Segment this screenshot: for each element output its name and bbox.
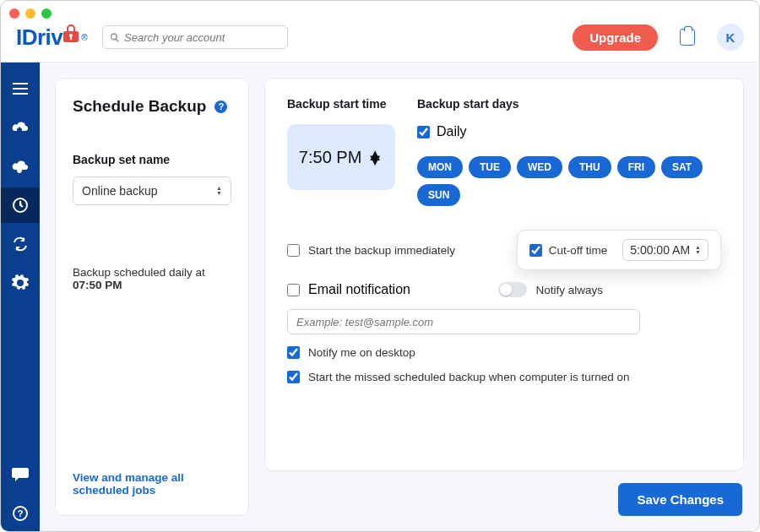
gear-icon — [12, 274, 29, 291]
cutoff-popover: Cut-off time 5:00:00 AM ▲▼ — [517, 230, 721, 270]
cloud-down-icon — [11, 160, 30, 173]
cutoff-time-input[interactable]: 5:00:00 AM ▲▼ — [622, 239, 708, 261]
sidebar-item-restore[interactable] — [1, 149, 40, 184]
view-all-jobs-link[interactable]: View and manage all scheduled jobs — [73, 471, 231, 497]
sidebar-item-backup[interactable] — [1, 110, 40, 145]
cutoff-stepper-icon: ▲▼ — [695, 245, 701, 255]
daily-label: Daily — [437, 124, 467, 139]
schedule-summary-time: 07:50 PM — [73, 279, 122, 291]
start-time-picker[interactable]: 7:50 PM ▲▼ — [287, 124, 395, 190]
page-title: Schedule Backup — [73, 97, 206, 116]
window-titlebar — [1, 1, 759, 16]
sidebar-item-help[interactable]: ? — [1, 496, 40, 531]
search-icon — [110, 32, 120, 43]
day-sat[interactable]: SAT — [661, 156, 703, 178]
day-fri[interactable]: FRI — [617, 156, 655, 178]
options-list: Start the backup immediately Cut-off tim… — [287, 230, 721, 383]
start-missed-label: Start the missed scheduled backup when c… — [308, 371, 629, 383]
start-time-label: Backup start time — [287, 97, 395, 111]
right-column: Backup start time 7:50 PM ▲▼ Backup star… — [264, 78, 744, 516]
schedule-config-card: Backup start time 7:50 PM ▲▼ Backup star… — [264, 78, 744, 471]
day-buttons: MON TUE WED THU FRI SAT SUN — [417, 156, 721, 206]
cutoff-label: Cut-off time — [549, 244, 608, 257]
email-notification-checkbox[interactable] — [287, 284, 300, 296]
sidebar-item-scheduler[interactable] — [1, 187, 40, 223]
app-header: IDriv ® Upgrade K — [1, 16, 759, 62]
notify-always-label: Notify always — [535, 284, 603, 296]
schedule-summary-card: Schedule Backup ? Backup set name Online… — [55, 78, 249, 516]
day-thu[interactable]: THU — [568, 156, 611, 178]
search-input[interactable] — [124, 31, 280, 44]
day-mon[interactable]: MON — [417, 156, 463, 178]
time-stepper-icon: ▲▼ — [366, 152, 383, 162]
sidebar-item-sync[interactable] — [1, 226, 40, 262]
select-stepper-icon: ▲▼ — [216, 186, 222, 196]
sidebar-item-menu[interactable] — [1, 71, 40, 106]
sidebar: ? — [1, 62, 40, 531]
backup-set-select[interactable]: Online backup ▲▼ — [73, 176, 231, 205]
daily-checkbox[interactable] — [417, 126, 430, 138]
email-notification-label: Email notification — [308, 282, 410, 297]
notify-desktop-checkbox[interactable] — [287, 346, 300, 359]
start-immediately-checkbox[interactable] — [287, 244, 300, 257]
activity-log-button[interactable] — [673, 23, 702, 52]
day-sun[interactable]: SUN — [417, 184, 460, 206]
day-wed[interactable]: WED — [517, 156, 562, 178]
speech-icon — [12, 468, 29, 481]
save-changes-button[interactable]: Save Changes — [618, 483, 742, 516]
start-missed-checkbox[interactable] — [287, 371, 300, 383]
notify-desktop-label: Notify me on desktop — [308, 346, 415, 359]
app-window: IDriv ® Upgrade K ? — [0, 0, 760, 532]
app-body: ? Schedule Backup ? Backup set name Onli… — [1, 62, 759, 531]
question-icon: ? — [12, 505, 29, 522]
save-row: Save Changes — [264, 471, 744, 516]
main-content: Schedule Backup ? Backup set name Online… — [40, 62, 759, 531]
search-input-wrap[interactable] — [102, 25, 288, 49]
start-time-value: 7:50 PM — [299, 148, 361, 167]
sync-icon — [12, 236, 29, 252]
backup-set-label: Backup set name — [73, 153, 231, 166]
email-input[interactable] — [287, 309, 640, 334]
start-days-label: Backup start days — [417, 97, 721, 111]
clipboard-icon — [680, 29, 695, 46]
day-tue[interactable]: TUE — [469, 156, 511, 178]
schedule-summary-text: Backup scheduled daily at 07:50 PM — [73, 266, 231, 291]
upgrade-button[interactable]: Upgrade — [573, 24, 658, 51]
notify-always-toggle[interactable] — [498, 282, 527, 297]
cloud-up-icon — [11, 121, 30, 134]
user-avatar[interactable]: K — [717, 24, 744, 51]
sidebar-item-settings[interactable] — [1, 265, 40, 301]
lock-icon — [62, 24, 79, 50]
cutoff-checkbox[interactable] — [529, 244, 542, 257]
clock-icon — [12, 197, 29, 214]
brand-text-prefix: IDriv — [16, 24, 62, 51]
sidebar-item-feedback[interactable] — [1, 457, 40, 492]
svg-text:?: ? — [18, 508, 24, 518]
help-icon[interactable]: ? — [214, 100, 227, 113]
registered-mark: ® — [81, 33, 87, 42]
start-immediately-label: Start the backup immediately — [308, 244, 455, 257]
cutoff-time-value: 5:00:00 AM — [630, 243, 690, 257]
brand-logo: IDriv ® — [16, 24, 87, 51]
backup-set-value: Online backup — [82, 184, 158, 198]
hamburger-icon — [13, 83, 28, 95]
